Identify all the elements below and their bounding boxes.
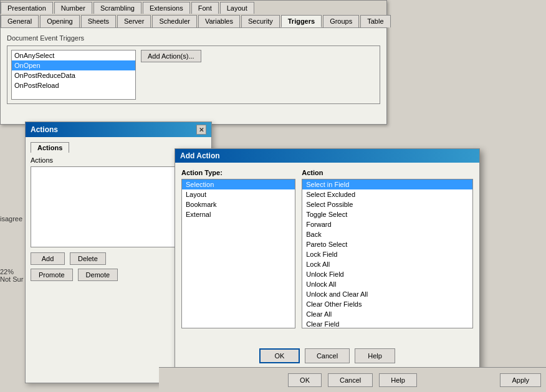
action-type-header: Action Type:: [181, 169, 295, 176]
tab-sheets[interactable]: Sheets: [81, 15, 116, 27]
add-action-content: Action Type: Selection Layout Bookmark E…: [175, 163, 479, 370]
action-forward[interactable]: Forward: [302, 219, 472, 229]
action-lock-field[interactable]: Lock Field: [302, 249, 472, 259]
action-column: Action Select in Field Select Excluded S…: [302, 169, 473, 342]
action-pareto-select[interactable]: Pareto Select: [302, 239, 472, 249]
event-onpostreload[interactable]: OnPostReload: [12, 80, 135, 90]
tab-number[interactable]: Number: [54, 2, 92, 14]
event-list[interactable]: OnAnySelect OnOpen OnPostReduceData OnPo…: [11, 50, 136, 100]
tab-row-2: General Opening Sheets Server Scheduler …: [1, 14, 386, 27]
ok-button[interactable]: OK: [259, 348, 300, 363]
actions-dialog-title: Actions: [31, 125, 58, 134]
action-unlock-all[interactable]: Unlock All: [302, 279, 472, 289]
actions-dialog-title-bar: Actions ✕: [26, 122, 211, 137]
tab-bar: Presentation Number Scrambling Extension…: [1, 1, 386, 28]
add-action-title: Add Action: [180, 151, 220, 160]
type-layout[interactable]: Layout: [182, 189, 295, 199]
left-text-disagree: isagree: [0, 215, 22, 222]
event-onanyselect[interactable]: OnAnySelect: [12, 50, 135, 60]
add-action-bottom-buttons: OK Cancel Help: [181, 348, 473, 363]
event-onopen[interactable]: OnOpen: [12, 60, 135, 70]
promote-button[interactable]: Promote: [31, 269, 73, 281]
type-bookmark[interactable]: Bookmark: [182, 199, 295, 209]
main-help-button[interactable]: Help: [379, 373, 417, 387]
delete-button[interactable]: Delete: [70, 252, 106, 265]
tab-layout[interactable]: Layout: [220, 2, 254, 14]
tab-extensions[interactable]: Extensions: [143, 2, 190, 14]
tab-opening[interactable]: Opening: [40, 15, 80, 27]
main-bottom-bar: OK Cancel Help Apply: [159, 367, 546, 392]
tab-scrambling[interactable]: Scrambling: [93, 2, 141, 14]
actions-close-button[interactable]: ✕: [196, 125, 206, 135]
tab-variables[interactable]: Variables: [198, 15, 240, 27]
apply-button[interactable]: Apply: [500, 373, 541, 387]
action-lock-all[interactable]: Lock All: [302, 259, 472, 269]
demote-button[interactable]: Demote: [78, 269, 118, 281]
tab-general[interactable]: General: [1, 15, 39, 27]
tab-row-1: Presentation Number Scrambling Extension…: [1, 1, 386, 14]
action-select-possible[interactable]: Select Possible: [302, 199, 472, 209]
action-select-in-field[interactable]: Select in Field: [302, 179, 472, 189]
event-onpostreducedata[interactable]: OnPostReduceData: [12, 70, 135, 80]
tab-triggers[interactable]: Triggers: [281, 15, 322, 27]
triggers-panel: Document Event Triggers OnAnySelect OnOp…: [1, 28, 386, 110]
action-columns: Action Type: Selection Layout Bookmark E…: [181, 169, 473, 342]
triggers-border-box: OnAnySelect OnOpen OnPostReduceData OnPo…: [7, 45, 380, 104]
type-selection[interactable]: Selection: [182, 179, 295, 189]
help-button[interactable]: Help: [355, 348, 395, 363]
tab-scheduler[interactable]: Scheduler: [152, 15, 197, 27]
add-button[interactable]: Add: [31, 252, 65, 265]
main-dialog: Presentation Number Scrambling Extension…: [0, 0, 387, 125]
action-unlock-and-clear-all[interactable]: Unlock and Clear All: [302, 289, 472, 299]
actions-tab-actions[interactable]: Actions: [31, 142, 69, 153]
tab-groups[interactable]: Groups: [323, 15, 359, 27]
tab-presentation[interactable]: Presentation: [1, 2, 53, 14]
left-text-pct: 22% Not Sur: [0, 268, 23, 283]
triggers-panel-label: Document Event Triggers: [7, 34, 380, 42]
type-list[interactable]: Selection Layout Bookmark External: [181, 179, 295, 328]
action-header: Action: [302, 169, 473, 176]
action-clear-all[interactable]: Clear All: [302, 309, 472, 319]
type-external[interactable]: External: [182, 209, 295, 219]
tab-security[interactable]: Security: [241, 15, 280, 27]
main-ok-button[interactable]: OK: [288, 373, 322, 387]
tab-font[interactable]: Font: [191, 2, 219, 14]
action-toggle-select[interactable]: Toggle Select: [302, 209, 472, 219]
cancel-button[interactable]: Cancel: [305, 348, 350, 363]
add-action-dialog: Add Action Action Type: Selection Layout…: [175, 148, 480, 373]
add-action-title-bar: Add Action: [175, 149, 479, 163]
action-select-excluded[interactable]: Select Excluded: [302, 189, 472, 199]
main-cancel-button[interactable]: Cancel: [328, 373, 373, 387]
tab-server[interactable]: Server: [117, 15, 151, 27]
action-type-column: Action Type: Selection Layout Bookmark E…: [181, 169, 295, 342]
tab-table[interactable]: Table: [360, 15, 390, 27]
action-list[interactable]: Select in Field Select Excluded Select P…: [302, 179, 473, 328]
add-actions-button[interactable]: Add Action(s)...: [141, 50, 201, 62]
action-back[interactable]: Back: [302, 229, 472, 239]
action-clear-other-fields[interactable]: Clear Other Fields: [302, 299, 472, 309]
action-clear-field[interactable]: Clear Field: [302, 319, 472, 328]
action-unlock-field[interactable]: Unlock Field: [302, 269, 472, 279]
